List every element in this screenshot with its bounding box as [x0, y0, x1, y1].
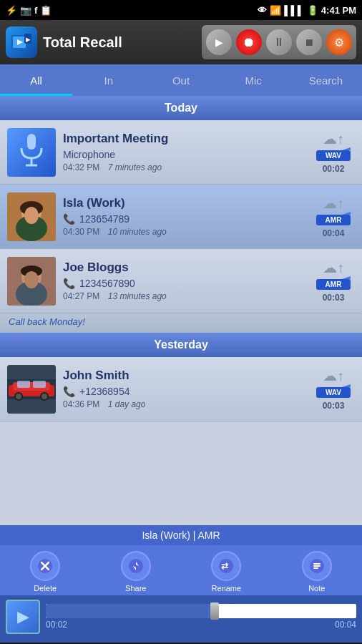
- recordings-list[interactable]: Today Important Meeting Microphone 04:32…: [0, 96, 362, 525]
- item-subtitle: 📞 123654789: [63, 213, 305, 225]
- recording-item[interactable]: Important Meeting Microphone 04:32 PM 7 …: [0, 120, 362, 185]
- phone-icon: 📞: [63, 213, 75, 225]
- item-info: John Smith 📞 +12368954 04:36 PM 1 day ag…: [56, 369, 312, 409]
- clipboard-icon: 📋: [40, 5, 52, 16]
- mic-avatar: [7, 128, 56, 177]
- note-button[interactable]: Note: [292, 551, 342, 592]
- item-time: 04:32 PM 7 minutes ago: [63, 162, 305, 172]
- rename-button[interactable]: ⇄ Rename: [201, 551, 251, 592]
- file-format-badge: AMR: [316, 215, 351, 225]
- item-name: Isla (Work): [63, 196, 305, 210]
- share-icon: [121, 551, 151, 581]
- tab-in[interactable]: In: [72, 64, 145, 96]
- file-duration: 00:02: [323, 164, 345, 174]
- svg-rect-38: [313, 567, 318, 569]
- item-info: Joe Bloggs 📞 1234567890 04:27 PM 13 minu…: [56, 260, 312, 301]
- status-icons-left: ⚡ 📷 f 📋: [6, 5, 52, 16]
- app-title-container: ▶ Total Recall: [6, 26, 122, 58]
- item-subtitle: 📞 1234567890: [63, 278, 305, 289]
- item-subtitle: Microphone: [63, 149, 305, 160]
- progress-track[interactable]: [46, 604, 356, 618]
- upload-icon[interactable]: ☁↑: [323, 195, 344, 212]
- tab-out[interactable]: Out: [145, 64, 217, 96]
- upload-icon[interactable]: ☁↑: [323, 367, 344, 384]
- rename-icon: ⇄: [211, 551, 241, 581]
- item-note: Call back Monday!: [0, 313, 362, 333]
- record-button[interactable]: ⏺: [236, 29, 262, 55]
- camera-icon: 📷: [20, 5, 31, 16]
- item-time: 04:30 PM 10 minutes ago: [63, 227, 305, 237]
- file-format-badge: AMR: [316, 279, 351, 290]
- phone-icon: 📞: [63, 386, 75, 397]
- file-duration: 00:03: [323, 293, 345, 303]
- player-label: Isla (Work) | AMR: [0, 525, 362, 545]
- svg-rect-23: [33, 381, 46, 388]
- item-time: 04:36 PM 1 day ago: [63, 399, 305, 409]
- svg-point-31: [129, 559, 143, 573]
- item-right: ☁↑ WAV 00:02: [312, 130, 355, 174]
- svg-text:⇄: ⇄: [221, 561, 228, 571]
- section-yesterday: Yesterday: [0, 333, 362, 357]
- wifi-icon: 📶: [270, 5, 281, 16]
- share-button[interactable]: Share: [111, 551, 161, 592]
- tab-all[interactable]: All: [0, 64, 72, 96]
- item-right: ☁↑ WAV 00:03: [312, 367, 355, 411]
- svg-point-17: [24, 271, 39, 288]
- svg-rect-22: [17, 381, 30, 388]
- svg-point-25: [16, 394, 21, 399]
- recorder-controls: ▶ ⏺ ⏸ ⏹ ⚙: [202, 25, 356, 59]
- recording-item[interactable]: Joe Bloggs 📞 1234567890 04:27 PM 13 minu…: [0, 249, 362, 313]
- item-name: Important Meeting: [63, 132, 305, 146]
- svg-point-12: [24, 207, 39, 224]
- item-time: 04:27 PM 13 minutes ago: [63, 291, 305, 301]
- settings-button[interactable]: ⚙: [326, 29, 352, 55]
- contact-avatar: [7, 365, 56, 414]
- progress-thumb[interactable]: [210, 602, 219, 620]
- signal-icon: ▌▌▌: [284, 5, 304, 16]
- tab-search[interactable]: Search: [290, 64, 362, 96]
- item-name: Joe Bloggs: [63, 260, 305, 275]
- status-bar: ⚡ 📷 f 📋 👁 📶 ▌▌▌ 🔋 4:41 PM: [0, 0, 362, 20]
- upload-icon[interactable]: ☁↑: [323, 259, 344, 276]
- recording-item[interactable]: John Smith 📞 +12368954 04:36 PM 1 day ag…: [0, 357, 362, 421]
- delete-button[interactable]: Delete: [20, 551, 70, 592]
- file-format-badge: WAV: [316, 150, 351, 161]
- tab-mic[interactable]: Mic: [217, 64, 290, 96]
- pause-button[interactable]: ⏸: [266, 29, 292, 55]
- svg-text:▶: ▶: [26, 36, 31, 43]
- upload-icon[interactable]: ☁↑: [323, 130, 344, 147]
- item-name: John Smith: [63, 369, 305, 383]
- item-info: Important Meeting Microphone 04:32 PM 7 …: [56, 132, 312, 172]
- svg-rect-5: [27, 134, 36, 150]
- svg-rect-36: [313, 563, 321, 565]
- app-name: Total Recall: [43, 34, 122, 51]
- item-right: ☁↑ AMR 00:03: [312, 259, 355, 303]
- item-info: Isla (Work) 📞 123654789 04:30 PM 10 minu…: [56, 196, 312, 237]
- item-subtitle: 📞 +12368954: [63, 386, 305, 397]
- app-icon: ▶: [6, 26, 37, 58]
- contact-avatar: [7, 192, 56, 241]
- phone-icon: 📞: [63, 278, 75, 289]
- progress-fill: [46, 604, 217, 618]
- time-labels: 00:02 00:04: [46, 620, 356, 630]
- player-bar: ▶ 00:02 00:04: [0, 595, 362, 643]
- battery-icon: 🔋: [307, 5, 318, 16]
- recording-item[interactable]: Isla (Work) 📞 123654789 04:30 PM 10 minu…: [0, 185, 362, 249]
- tab-bar: All In Out Mic Search: [0, 64, 362, 96]
- file-duration: 00:03: [323, 401, 345, 411]
- contact-avatar: [7, 257, 56, 306]
- player-actions: Delete Share ⇄ Rename Note: [0, 545, 362, 595]
- facebook-icon: f: [34, 5, 37, 16]
- status-icons-right: 👁 📶 ▌▌▌ 🔋 4:41 PM: [258, 5, 356, 16]
- total-time: 00:04: [335, 620, 356, 630]
- svg-point-27: [41, 394, 47, 399]
- status-time: 4:41 PM: [321, 5, 356, 16]
- stop-button[interactable]: ⏹: [296, 29, 322, 55]
- player-play-button[interactable]: ▶: [6, 600, 40, 634]
- section-today: Today: [0, 96, 362, 120]
- delete-icon: [30, 551, 60, 581]
- play-control-button[interactable]: ▶: [206, 29, 232, 55]
- file-duration: 00:04: [323, 228, 345, 238]
- usb-icon: ⚡: [6, 5, 17, 16]
- progress-container[interactable]: 00:02 00:04: [46, 604, 356, 630]
